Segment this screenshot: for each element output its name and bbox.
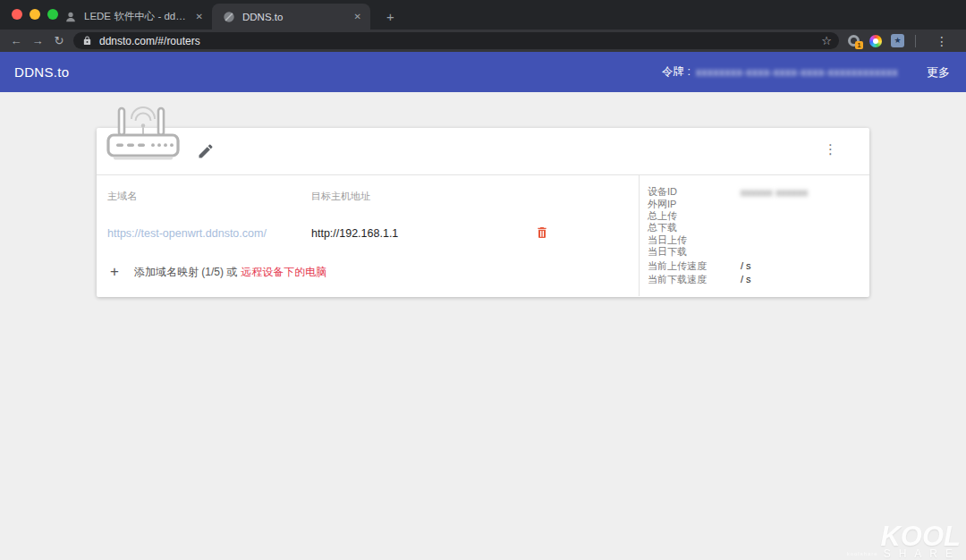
info-value: / s	[741, 274, 751, 284]
extension-bookmark-icon[interactable]: ★	[891, 34, 904, 47]
extension-badge: 1	[855, 41, 863, 49]
router-card-header: ⋮	[97, 128, 869, 175]
column-header-domain: 主域名	[107, 190, 311, 203]
minimize-window-button[interactable]	[30, 9, 40, 20]
watermark-small-text: koolshare	[847, 551, 878, 556]
info-value-masked: xxxxxx xxxxxx	[741, 187, 809, 198]
info-row-today-download: 当日下载	[648, 246, 869, 258]
domain-mapping-section: 主域名 目标主机地址 https://test-openwrt.ddnsto.c…	[97, 175, 639, 296]
info-row-upload-speed: 当前上传速度 / s	[648, 259, 869, 271]
tab-title: DDNS.to	[242, 12, 347, 22]
router-icon	[106, 104, 181, 163]
app-brand: DDNS.to	[14, 64, 69, 80]
tab-strip: LEDE 软件中心 - ddnsto ✕ DDNS.to ✕ +	[54, 4, 402, 30]
info-row-device-id: 设备ID xxxxxx xxxxxx	[648, 186, 869, 198]
lock-icon	[82, 36, 92, 46]
app-header: DDNS.to 令牌 : xxxxxxxx-xxxx-xxxx-xxxx-xxx…	[0, 52, 966, 92]
edit-pencil-icon[interactable]	[197, 142, 215, 160]
info-value: / s	[741, 260, 751, 271]
watermark-share-text: SHARE	[884, 547, 961, 560]
extension-onetab-icon[interactable]: 1	[848, 35, 860, 47]
info-row-total-upload: 总上传	[648, 210, 869, 222]
tab-title: LEDE 软件中心 - ddnsto	[84, 10, 189, 23]
forward-icon[interactable]: →	[27, 34, 48, 47]
close-window-button[interactable]	[12, 9, 22, 20]
info-row-today-upload: 当日上传	[648, 234, 869, 246]
browser-menu-icon[interactable]: ⋮	[923, 34, 961, 48]
page-content: ⋮ 主域名 目标主机地址 https://test-openwrt.ddnsto…	[0, 92, 966, 560]
browser-titlebar: LEDE 软件中心 - ddnsto ✕ DDNS.to ✕ +	[0, 0, 966, 30]
new-tab-button[interactable]: +	[379, 4, 402, 30]
macos-traffic-lights	[12, 9, 58, 20]
address-bar[interactable]: ddnsto.com/#/routers ☆	[73, 32, 839, 49]
table-row: https://test-openwrt.ddnsto.com/ http://…	[107, 225, 639, 241]
target-host-value: http://192.168.1.1	[311, 227, 398, 240]
person-favicon-icon	[64, 11, 77, 23]
info-row-download-speed: 当前下载速度 / s	[648, 274, 869, 285]
watermark-kool-text: KOOL	[880, 523, 961, 550]
tab-close-icon[interactable]: ✕	[354, 12, 361, 21]
router-card: ⋮ 主域名 目标主机地址 https://test-openwrt.ddnsto…	[97, 128, 869, 297]
tab-lede[interactable]: LEDE 软件中心 - ddnsto ✕	[54, 4, 212, 30]
delete-trash-icon[interactable]	[535, 225, 549, 241]
info-label: 当前下载速度	[648, 273, 741, 286]
tab-close-icon[interactable]: ✕	[196, 12, 203, 21]
domain-link[interactable]: https://test-openwrt.ddnsto.com/	[107, 227, 267, 240]
column-header-target: 目标主机地址	[311, 190, 370, 203]
back-icon[interactable]: ←	[5, 34, 27, 47]
token-label: 令牌 :	[662, 64, 691, 80]
add-mapping-label[interactable]: 添加域名映射 (1/5) 或	[134, 265, 237, 280]
info-label: 当日下载	[648, 245, 741, 259]
globe-favicon-icon	[223, 11, 235, 23]
info-label: 当前上传速度	[648, 259, 741, 273]
extensions-area: 1 ★	[848, 34, 904, 47]
add-mapping-row: + 添加域名映射 (1/5) 或 远程设备下的电脑	[107, 263, 639, 281]
card-kebab-menu-icon[interactable]: ⋮	[824, 140, 837, 158]
plus-icon[interactable]: +	[107, 263, 122, 281]
tab-ddnsto[interactable]: DDNS.to ✕	[212, 4, 370, 30]
device-info-panel: 设备ID xxxxxx xxxxxx 外网IP 总上传 总下载 当日上传	[639, 175, 869, 296]
reload-icon[interactable]: ↻	[48, 34, 70, 47]
remote-device-link[interactable]: 远程设备下的电脑	[241, 265, 326, 280]
token-value-masked: xxxxxxxx-xxxx-xxxx-xxxx-xxxxxxxxxxxx	[696, 66, 898, 79]
info-row-external-ip: 外网IP	[648, 198, 869, 209]
info-row-total-download: 总下载	[648, 222, 869, 233]
bookmark-star-icon[interactable]: ☆	[821, 34, 832, 47]
extension-colorwheel-icon[interactable]	[869, 35, 882, 47]
mapping-table-header: 主域名 目标主机地址	[107, 190, 639, 203]
more-menu-button[interactable]: 更多	[927, 64, 950, 81]
token-display: 令牌 : xxxxxxxx-xxxx-xxxx-xxxx-xxxxxxxxxxx…	[662, 64, 898, 80]
toolbar-divider	[915, 35, 916, 47]
koolshare-watermark: KOOL koolshare SHARE	[847, 523, 961, 560]
browser-toolbar: ← → ↻ ddnsto.com/#/routers ☆ 1 ★ ⋮	[0, 30, 966, 52]
url-text: ddnsto.com/#/routers	[99, 35, 821, 47]
